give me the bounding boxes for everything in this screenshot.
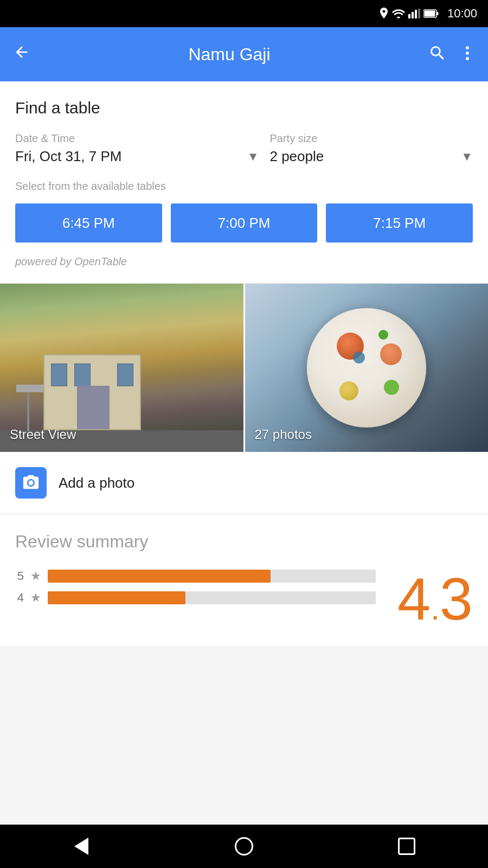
review-summary-title: Review summary	[15, 532, 473, 552]
app-bar: Namu Gaji	[0, 27, 488, 81]
score-fraction: 3	[440, 569, 473, 629]
battery-icon	[423, 9, 439, 18]
bottom-nav	[0, 825, 488, 868]
status-icons	[379, 8, 439, 20]
rating-5-bar-fill	[48, 570, 271, 583]
available-tables-label: Select from the available tables	[15, 180, 473, 193]
home-circle-icon	[235, 837, 253, 856]
review-summary-section: Review summary 5 ★ 4 ★	[0, 514, 488, 646]
back-triangle-icon	[74, 838, 88, 855]
date-time-value: Fri, Oct 31, 7 PM	[15, 148, 122, 165]
rating-5-bar-bg	[48, 570, 376, 583]
photo-gallery: Street View 27 photos	[0, 284, 488, 452]
signal-icon	[408, 9, 420, 18]
date-time-label: Date & Time	[15, 132, 259, 145]
svg-rect-0	[408, 14, 410, 18]
score-whole: 4	[397, 569, 431, 629]
party-size-value: 2 people	[269, 148, 324, 165]
party-size-dropdown[interactable]: 2 people ▼	[269, 148, 473, 167]
svg-point-8	[466, 52, 469, 55]
app-bar-actions	[428, 44, 475, 65]
street-view-label: Street View	[10, 427, 76, 442]
find-table-title: Find a table	[15, 99, 473, 117]
rating-display: 5 ★ 4 ★ 4 . 3	[15, 569, 473, 629]
nav-home-button[interactable]	[222, 825, 266, 868]
main-content: Find a table Date & Time Fri, Oct 31, 7 …	[0, 81, 488, 646]
time-slot-700[interactable]: 7:00 PM	[171, 203, 318, 242]
party-size-group: Party size 2 people ▼	[269, 132, 473, 167]
find-table-section: Find a table Date & Time Fri, Oct 31, 7 …	[0, 81, 488, 283]
more-options-button[interactable]	[460, 44, 475, 65]
location-icon	[379, 8, 389, 20]
rating-row-5: 5 ★	[15, 569, 376, 583]
svg-rect-3	[418, 9, 420, 18]
party-size-label: Party size	[269, 132, 473, 145]
nav-back-button[interactable]	[60, 825, 103, 868]
opentable-credit: powered by OpenTable	[15, 256, 473, 268]
booking-form-row: Date & Time Fri, Oct 31, 7 PM ▼ Party si…	[15, 132, 473, 167]
page-title: Namu Gaji	[41, 44, 418, 65]
nav-recents-button[interactable]	[385, 825, 428, 868]
street-view-item[interactable]: Street View	[0, 284, 245, 452]
rating-4-star-icon: ★	[30, 591, 41, 605]
camera-icon-wrapper	[15, 467, 47, 499]
party-size-arrow-icon: ▼	[461, 150, 473, 164]
rating-5-star-icon: ★	[30, 569, 41, 583]
rating-4-number: 4	[15, 591, 24, 605]
svg-rect-5	[436, 12, 438, 15]
photos-count-label: 27 photos	[255, 427, 312, 442]
rating-4-bar-fill	[48, 591, 185, 604]
status-bar: 10:00	[0, 0, 488, 27]
rating-bars: 5 ★ 4 ★	[15, 569, 376, 612]
date-time-arrow-icon: ▼	[247, 150, 259, 164]
svg-point-9	[466, 57, 469, 60]
rating-row-4: 4 ★	[15, 591, 376, 605]
recents-square-icon	[398, 838, 415, 855]
score-dot: .	[431, 592, 440, 625]
back-button[interactable]	[13, 43, 30, 66]
rating-score-display: 4 . 3	[397, 569, 473, 629]
rating-5-number: 5	[15, 569, 24, 583]
time-slot-715[interactable]: 7:15 PM	[326, 203, 473, 242]
add-photo-section[interactable]: Add a photo	[0, 452, 488, 514]
date-time-dropdown[interactable]: Fri, Oct 31, 7 PM ▼	[15, 148, 259, 167]
svg-rect-2	[415, 10, 417, 18]
rating-4-bar-bg	[48, 591, 376, 604]
wifi-icon	[392, 9, 405, 18]
camera-icon	[22, 474, 40, 492]
date-time-group: Date & Time Fri, Oct 31, 7 PM ▼	[15, 132, 259, 167]
svg-rect-1	[412, 12, 414, 18]
add-photo-label: Add a photo	[59, 475, 134, 492]
time-slot-645[interactable]: 6:45 PM	[15, 203, 162, 242]
search-button[interactable]	[428, 44, 447, 65]
svg-rect-6	[424, 11, 435, 17]
time-slot-buttons: 6:45 PM 7:00 PM 7:15 PM	[15, 203, 473, 242]
svg-point-7	[466, 46, 469, 49]
status-time: 10:00	[447, 7, 477, 21]
food-photos-item[interactable]: 27 photos	[245, 284, 489, 452]
